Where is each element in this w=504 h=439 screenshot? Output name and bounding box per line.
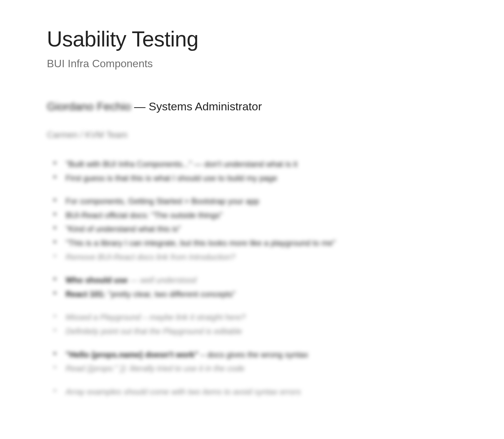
group-spacer bbox=[54, 186, 457, 196]
note-text: "This is a library I can integrate, but … bbox=[66, 238, 336, 247]
note-item: For components, Getting Started > Bootst… bbox=[54, 196, 457, 207]
note-text: First guess is that this is what I shoul… bbox=[66, 174, 277, 183]
group-spacer bbox=[54, 302, 457, 312]
note-text: Definitely point out that the Playground… bbox=[66, 327, 242, 336]
note-text: For components, Getting Started > Bootst… bbox=[66, 197, 259, 206]
note-suffix: — well understood bbox=[128, 276, 196, 285]
note-text: Array examples should come with two item… bbox=[66, 387, 301, 396]
note-item: "Hello {props.name} doesn't work" – docs… bbox=[54, 349, 457, 360]
group-spacer bbox=[54, 265, 457, 275]
note-text: "Built with BUI Infra Components..." — d… bbox=[66, 159, 298, 169]
note-item: Missed a Playground – maybe link it stra… bbox=[54, 312, 457, 323]
note-text: Read {{props:'' }}: literally tried to u… bbox=[66, 364, 245, 373]
note-item: BUI-React official docs: "The outside th… bbox=[54, 210, 457, 221]
document-page: Usability Testing BUI Infra Components G… bbox=[0, 0, 504, 427]
note-item: "This is a library I can integrate, but … bbox=[54, 237, 457, 249]
note-suffix: "pretty clear, two different concepts" bbox=[106, 290, 235, 299]
group-spacer bbox=[54, 340, 457, 349]
note-bold-prefix: React 101: bbox=[66, 290, 106, 299]
group-spacer bbox=[54, 377, 457, 386]
note-text: "Kind of understand what this is" bbox=[66, 224, 181, 233]
note-item: "Built with BUI Infra Components..." — d… bbox=[54, 158, 457, 170]
page-title: Usability Testing bbox=[47, 27, 457, 51]
participant-team: Carmen / KVM Team bbox=[47, 130, 457, 140]
note-item: First guess is that this is what I shoul… bbox=[54, 173, 457, 184]
participant-role: Systems Administrator bbox=[149, 100, 262, 113]
note-item: React 101: "pretty clear, two different … bbox=[54, 289, 457, 300]
notes-list: "Built with BUI Infra Components..." — d… bbox=[47, 158, 457, 397]
note-bold-prefix: "Hello {props.name} doesn't work" bbox=[66, 350, 198, 359]
note-item: Read {{props:'' }}: literally tried to u… bbox=[54, 363, 457, 374]
note-bold-prefix: Who should use bbox=[66, 276, 128, 285]
participant-header: Giordano Fechio — Systems Administrator bbox=[47, 100, 457, 113]
note-item: Array examples should come with two item… bbox=[54, 386, 457, 398]
note-item: Remove BUI-React docs link from Introduc… bbox=[54, 251, 457, 263]
participant-name: Giordano Fechio bbox=[47, 100, 131, 113]
note-item: Who should use — well understood bbox=[54, 275, 457, 286]
page-subtitle: BUI Infra Components bbox=[47, 58, 457, 70]
note-suffix: – docs gives the wrong syntax bbox=[198, 350, 308, 359]
note-item: "Kind of understand what this is" bbox=[54, 223, 457, 235]
note-text: Missed a Playground – maybe link it stra… bbox=[66, 313, 246, 322]
participant-separator: — bbox=[134, 100, 149, 113]
note-text: Remove BUI-React docs link from Introduc… bbox=[66, 252, 235, 261]
note-item: Definitely point out that the Playground… bbox=[54, 326, 457, 337]
note-text: BUI-React official docs: "The outside th… bbox=[66, 211, 223, 220]
